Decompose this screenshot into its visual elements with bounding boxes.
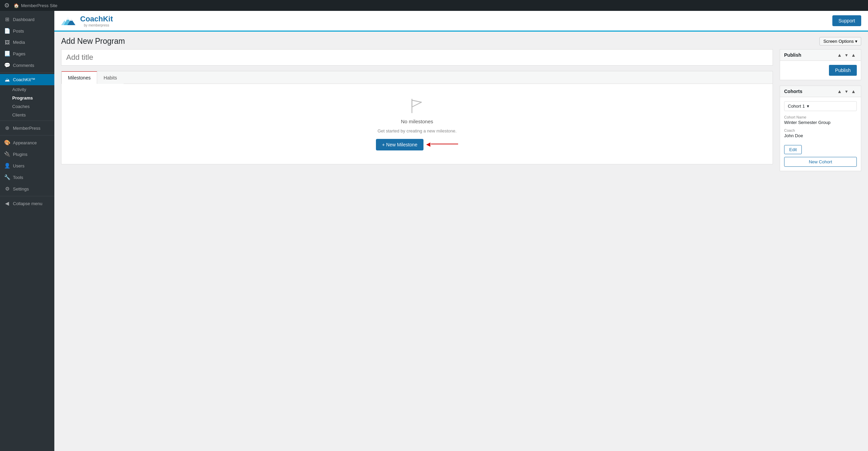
screen-options-button[interactable]: Screen Options ▾ — [819, 37, 861, 46]
coach-value: John Doe — [784, 133, 857, 138]
new-milestone-button[interactable]: + New Milestone — [376, 139, 423, 150]
sidebar-item-coachkit[interactable]: ⛰ CoachKit™ — [0, 74, 54, 85]
tab-milestones[interactable]: Milestones — [61, 71, 97, 84]
sidebar-item-label: MemberPress — [13, 126, 40, 131]
sidebar-item-label: Plugins — [13, 152, 28, 157]
sidebar-item-dashboard[interactable]: ⊞ Dashboard — [0, 14, 54, 25]
coach-label: Coach — [784, 128, 857, 132]
sidebar-item-appearance[interactable]: 🎨 Appearance — [0, 137, 54, 148]
publish-panel-collapse-up[interactable]: ▲ — [836, 52, 843, 58]
cohorts-panel-collapse-up[interactable]: ▲ — [836, 89, 843, 94]
collapse-label: Collapse menu — [13, 201, 42, 206]
sidebar-item-label: Users — [13, 163, 24, 168]
comments-icon: 💬 — [4, 62, 10, 68]
cohort-name-value: Winter Semester Group — [784, 120, 857, 125]
main-content: CoachKit by memberpress Support Add New … — [54, 11, 868, 451]
page-title: Add New Program — [61, 37, 125, 46]
publish-panel-title: Publish — [784, 52, 801, 58]
publish-panel-body: Publish — [780, 61, 861, 80]
logo-svg — [61, 14, 77, 27]
new-cohort-button[interactable]: New Cohort — [784, 157, 857, 167]
sidebar-item-settings[interactable]: ⚙ Settings — [0, 183, 54, 195]
cohort-dropdown-label: Cohort 1 — [788, 104, 805, 109]
right-panels: Publish ▲ ▾ ▲ Publish Cohorts — [780, 49, 861, 177]
tab-habits[interactable]: Habits — [97, 71, 124, 84]
sidebar-item-label: Dashboard — [13, 17, 35, 22]
sidebar-item-label: Pages — [13, 51, 25, 56]
cohort-dropdown[interactable]: Cohort 1 ▾ — [784, 101, 857, 111]
collapse-icon: ◀ — [4, 200, 10, 206]
coach-field: Coach John Doe — [784, 128, 857, 138]
sidebar-item-plugins[interactable]: 🔌 Plugins — [0, 148, 54, 160]
home-icon: 🏠 — [14, 3, 19, 8]
tab-content-milestones: No milestones Get started by creating a … — [61, 84, 773, 164]
page-header: Add New Program Screen Options ▾ — [54, 32, 868, 49]
editor-area: Milestones Habits No milestones Get star… — [61, 49, 773, 164]
cohorts-panel-close[interactable]: ▲ — [850, 89, 857, 94]
screen-options-chevron: ▾ — [855, 39, 857, 44]
svg-marker-4 — [70, 19, 72, 21]
edit-cohort-button[interactable]: Edit — [784, 145, 802, 154]
wp-logo-icon: ⚙ — [4, 2, 10, 9]
posts-icon: 📄 — [4, 28, 10, 34]
site-name[interactable]: 🏠 MemberPress Site — [14, 3, 57, 8]
plugins-icon: 🔌 — [4, 151, 10, 157]
cohorts-panel-header: Cohorts ▲ ▾ ▲ — [780, 86, 861, 97]
media-icon: 🖼 — [4, 39, 10, 45]
sidebar-item-memberpress[interactable]: ⊛ MemberPress — [0, 122, 54, 134]
cohort-dropdown-icon: ▾ — [807, 104, 809, 109]
cohort-name-field: Cohort Name Winter Semester Group — [784, 115, 857, 125]
sidebar-item-posts[interactable]: 📄 Posts — [0, 25, 54, 37]
arrow-head-icon: ◀ — [426, 141, 430, 147]
title-input[interactable] — [61, 49, 773, 66]
memberpress-icon: ⊛ — [4, 125, 10, 131]
dashboard-icon: ⊞ — [4, 16, 10, 22]
sidebar-item-label: Posts — [13, 29, 24, 34]
cohorts-panel-title: Cohorts — [784, 89, 802, 94]
cohorts-panel-controls: ▲ ▾ ▲ — [836, 89, 857, 94]
tabs-header: Milestones Habits — [61, 71, 773, 84]
support-button[interactable]: Support — [832, 15, 861, 26]
cohorts-panel-body: Cohort 1 ▾ Cohort Name Winter Semester G… — [780, 97, 861, 171]
appearance-icon: 🎨 — [4, 140, 10, 146]
publish-panel-close[interactable]: ▲ — [850, 52, 857, 58]
coachkit-icon: ⛰ — [4, 77, 10, 83]
sidebar-item-label: CoachKit™ — [13, 77, 35, 82]
sidebar-item-programs[interactable]: Programs — [0, 94, 54, 102]
sidebar-item-label: Media — [13, 40, 25, 45]
sidebar-item-media[interactable]: 🖼 Media — [0, 37, 54, 48]
top-bar: CoachKit by memberpress Support — [54, 11, 868, 32]
cohorts-panel-collapse-down[interactable]: ▾ — [844, 89, 849, 94]
empty-state-title: No milestones — [401, 119, 433, 124]
coachkit-logo: CoachKit by memberpress — [61, 14, 113, 27]
publish-panel: Publish ▲ ▾ ▲ Publish — [780, 49, 861, 80]
cohorts-panel: Cohorts ▲ ▾ ▲ Cohort 1 ▾ Coho — [780, 86, 861, 171]
users-icon: 👤 — [4, 163, 10, 169]
sidebar-item-coaches[interactable]: Coaches — [0, 102, 54, 111]
publish-button[interactable]: Publish — [829, 65, 857, 76]
sidebar-item-label: Appearance — [13, 140, 37, 145]
cohort-name-label: Cohort Name — [784, 115, 857, 119]
content-area: Milestones Habits No milestones Get star… — [54, 49, 868, 183]
admin-bar: ⚙ 🏠 MemberPress Site — [0, 0, 868, 11]
publish-panel-collapse-down[interactable]: ▾ — [844, 52, 849, 58]
sidebar-item-tools[interactable]: 🔧 Tools — [0, 172, 54, 183]
sidebar-item-pages[interactable]: 📃 Pages — [0, 48, 54, 59]
sidebar-item-users[interactable]: 👤 Users — [0, 160, 54, 172]
settings-icon: ⚙ — [4, 186, 10, 192]
sidebar-item-label: Tools — [13, 175, 23, 180]
svg-marker-3 — [67, 18, 69, 20]
new-milestone-container: + New Milestone ◀ — [376, 138, 458, 150]
arrow-line — [431, 144, 458, 144]
sidebar-item-clients[interactable]: Clients — [0, 111, 54, 119]
sidebar-item-activity[interactable]: Activity — [0, 85, 54, 94]
publish-panel-controls: ▲ ▾ ▲ — [836, 52, 857, 58]
collapse-menu-button[interactable]: ◀ Collapse menu — [0, 198, 54, 209]
sidebar-item-label: Comments — [13, 63, 34, 68]
logo-text: CoachKit — [80, 15, 113, 23]
arrow-annotation: ◀ — [426, 141, 458, 147]
tools-icon: 🔧 — [4, 174, 10, 180]
sidebar-item-comments[interactable]: 💬 Comments — [0, 59, 54, 71]
logo-sub: by memberpress — [80, 23, 113, 27]
empty-flag-icon — [409, 97, 426, 114]
